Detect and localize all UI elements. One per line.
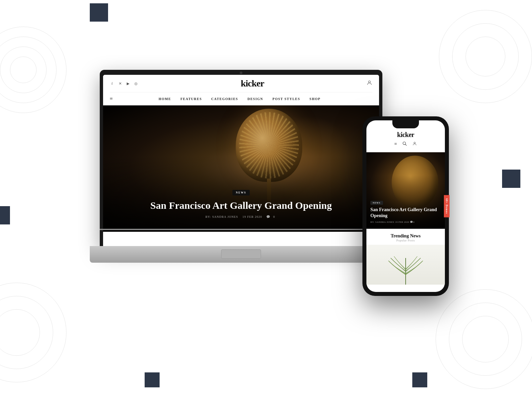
facebook-icon[interactable]: f [110, 81, 114, 86]
phone-hero-badge: NEWS [370, 201, 383, 205]
phone-nav-icons: ≡ [372, 139, 440, 149]
phone-hero-author: BY: SANDRA JONES [370, 221, 394, 223]
nav-links: HOME FEATURES CATEGORIES DESIGN POST STY… [159, 97, 321, 101]
nav-post-styles[interactable]: POST STYLES [273, 97, 300, 101]
website-header: f ✕ ▶ ◎ kicker [103, 75, 379, 105]
hero-meta: BY: SANDRA JONES 19 FEB 2020 💬 0 [103, 215, 379, 218]
phone-hamburger[interactable]: ≡ [394, 141, 397, 147]
trending-subtitle: Popular Posts [371, 239, 440, 242]
laptop-base [90, 246, 392, 263]
svg-point-3 [414, 142, 416, 144]
nav-shop[interactable]: SHOP [310, 97, 321, 101]
hero-comments: 💬 0 [266, 215, 277, 218]
hero-content: NEWS San Francisco Art Gallery Grand Ope… [103, 189, 379, 218]
phone-screen: kicker ≡ [366, 120, 445, 292]
instagram-icon[interactable]: ◎ [134, 81, 138, 86]
hamburger-button[interactable]: ≡ [110, 96, 113, 102]
nav-categories[interactable]: CATEGORIES [211, 97, 238, 101]
social-icons: f ✕ ▶ ◎ [110, 81, 138, 86]
trending-image [366, 245, 445, 285]
user-icon[interactable] [366, 80, 372, 87]
leaf-svg [386, 248, 426, 285]
hero-badge: NEWS [232, 190, 250, 196]
hero-date: 19 FEB 2020 [242, 215, 262, 218]
phone-trending: Trending News Popular Posts [366, 229, 445, 245]
website-top-bar: f ✕ ▶ ◎ kicker [110, 75, 372, 92]
phone-user-icon[interactable] [412, 141, 417, 147]
demo-tag[interactable]: 60+ Demos [444, 195, 450, 217]
devices-wrapper: f ✕ ▶ ◎ kicker [83, 50, 449, 349]
phone-website: kicker ≡ [366, 120, 445, 292]
laptop-trackpad [221, 249, 261, 259]
youtube-icon[interactable]: ▶ [126, 81, 130, 86]
nav-home[interactable]: HOME [159, 97, 171, 101]
twitter-icon[interactable]: ✕ [118, 81, 122, 86]
site-logo[interactable]: kicker [241, 78, 264, 89]
laptop-device: f ✕ ▶ ◎ kicker [100, 70, 382, 263]
main-container: f ✕ ▶ ◎ kicker [0, 0, 532, 399]
svg-point-1 [403, 142, 406, 145]
phone-logo: kicker [372, 131, 440, 139]
phone-notch [392, 120, 419, 128]
laptop-hinge [100, 229, 382, 230]
website-nav: ≡ HOME FEATURES CATEGORIES DESIGN POST S… [110, 92, 372, 105]
phone-hero-content: NEWS San Francisco Art Gallery Grand Ope… [370, 199, 441, 223]
phone-hero: NEWS San Francisco Art Gallery Grand Ope… [366, 152, 445, 229]
phone-hero-comments: 💬0 [410, 221, 415, 223]
phone-search-icon[interactable] [402, 141, 407, 147]
svg-point-0 [368, 81, 370, 83]
laptop-camera [240, 71, 242, 74]
trending-title: Trending News [371, 233, 440, 239]
nav-features[interactable]: FEATURES [181, 97, 202, 101]
leaf-container [366, 245, 445, 285]
hero-title: San Francisco Art Gallery Grand Opening [103, 199, 379, 212]
laptop-frame: f ✕ ▶ ◎ kicker [100, 70, 382, 246]
phone-hero-date: 19 FEB 2020 [395, 221, 409, 223]
nav-design[interactable]: DESIGN [247, 97, 263, 101]
hero-author: BY: SANDRA JONES [205, 215, 238, 218]
phone-hero-title: San Francisco Art Gallery Grand Opening [370, 207, 441, 219]
laptop-screen: f ✕ ▶ ◎ kicker [103, 75, 379, 246]
phone-frame: kicker ≡ [362, 116, 449, 296]
phone-device: kicker ≡ [362, 116, 449, 296]
svg-line-2 [405, 144, 407, 146]
phone-hero-meta: BY: SANDRA JONES 19 FEB 2020 💬0 [370, 221, 441, 223]
hero-section: NEWS San Francisco Art Gallery Grand Ope… [103, 105, 379, 232]
